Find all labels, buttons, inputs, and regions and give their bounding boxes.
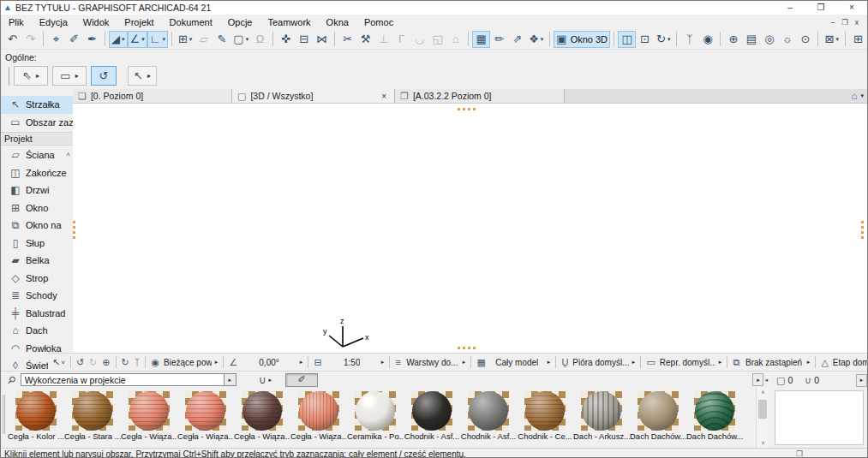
material-item[interactable]: Cegła - Kolor ... (8, 390, 64, 446)
camera-button[interactable]: ◎ (760, 31, 778, 48)
tab-close-icon[interactable]: × (379, 92, 389, 101)
tool-schody[interactable]: ≣Schody (1, 287, 73, 305)
menu-edycja[interactable]: Edycja (32, 16, 75, 28)
move-transform-button[interactable]: ✜ (277, 31, 295, 48)
parallel-projection-button[interactable]: ⊕ (724, 31, 742, 48)
material-item[interactable]: Cegła - Wiąza... (121, 390, 177, 446)
extrude-button[interactable]: ⇗ (508, 31, 526, 48)
material-item[interactable]: Dach Dachów... (686, 390, 743, 446)
marquee-3d-button[interactable]: ▦ (472, 31, 490, 48)
tool-strop[interactable]: ◇Strop (1, 270, 73, 288)
inject-parameters-button[interactable]: ✒ (83, 31, 101, 48)
paint-bucket-control[interactable]: ∪ ▸ (259, 374, 272, 386)
mdi-minimize-button[interactable]: – (830, 18, 835, 27)
scroll-up-arrow[interactable]: ˄ (757, 390, 769, 396)
stretch-button[interactable]: ⋈ (313, 31, 331, 48)
tab-plan[interactable]: ❏[0. Poziom 0] (73, 89, 232, 103)
curve-edit-button[interactable]: ◡ (410, 31, 428, 48)
menu-opcje[interactable]: Opcje (220, 16, 260, 28)
tool-slup[interactable]: ▯Słup (1, 235, 73, 253)
grab-orbit-mode-button[interactable]: ↺ (91, 66, 117, 86)
resize-button[interactable]: ◱ (428, 31, 446, 48)
roof-tool-button[interactable]: ⌂ (446, 31, 464, 48)
redo-button[interactable]: ↷ (21, 31, 39, 48)
snap-grid-button[interactable]: ⊞▾ (176, 31, 195, 48)
material-item[interactable]: Chodnik - Asf... (460, 390, 517, 446)
menu-teamwork[interactable]: Teamwork (260, 16, 318, 28)
panel-collapse-icon[interactable]: ◂ (764, 377, 768, 384)
scale-control[interactable]: ⊟1:50▸ (311, 354, 386, 370)
tool-dach[interactable]: ⌂Dach (1, 322, 73, 340)
tool-belka[interactable]: ▰Belka (1, 252, 73, 270)
restore-button[interactable]: ❐ (805, 1, 836, 15)
forward-view-control[interactable]: ↻ (87, 354, 99, 370)
material-item[interactable]: Dach - Arkusz... (573, 390, 630, 446)
filter-elements-3d-button[interactable]: ⊠▾ (822, 31, 841, 48)
menu-dokument[interactable]: Dokument (162, 16, 220, 28)
scroll-down-arrow[interactable]: ˅ (757, 440, 769, 446)
arrow-mode-button[interactable]: ↖▸ (128, 66, 157, 86)
tool-balustrada[interactable]: ╪Balustrad (1, 305, 73, 323)
drawing-canvas-3d[interactable]: z y x (73, 104, 868, 353)
material-item[interactable]: Dach Dachów... (630, 390, 686, 446)
info-panel-more-button[interactable]: ▸ (856, 374, 867, 387)
menu-plik[interactable]: Plik (1, 16, 32, 28)
snap-guides-button[interactable]: ∠▾ (128, 31, 147, 48)
back-view-control[interactable]: ↺ (74, 354, 87, 370)
undo-button[interactable]: ↶ (3, 31, 21, 48)
graphic-overrides-control[interactable]: ⧉Brak zastąpień▸ (730, 354, 812, 370)
magic-wand-button[interactable]: ✎ (213, 31, 230, 48)
measure-button[interactable]: ⊟ (295, 31, 313, 48)
pen-sets-control[interactable]: ṶPióra domyśl...▸ (559, 354, 638, 370)
palette-drag-handle[interactable] (9, 67, 9, 86)
rotate-3d-button[interactable]: ❖▾ (526, 31, 546, 48)
tool-obszar-zaznaczenia[interactable]: ▭Obszar zaz (1, 114, 73, 132)
tab-3d[interactable]: ▢[3D / Wszystko]× (232, 89, 395, 103)
search-dropdown-button[interactable]: ▸ (224, 373, 236, 386)
dock-handle-right[interactable] (861, 218, 864, 239)
toolbox-scroll-up[interactable]: ˄ (66, 151, 70, 158)
axonometry-button[interactable]: ⊡ (636, 31, 654, 48)
tool-okno[interactable]: ⊞Okno (1, 199, 73, 217)
mdi-close-button[interactable]: x (855, 18, 859, 27)
guide-lines-button[interactable]: ◢▾ (109, 31, 128, 48)
dock-handle-bottom[interactable] (458, 347, 478, 349)
material-item[interactable]: Ceramika - Po... (347, 390, 404, 446)
orbit-control[interactable]: ↻ (119, 354, 132, 370)
material-item[interactable]: Cegła - Wiąza... (290, 390, 347, 446)
material-item[interactable]: Chodnik - Asf... (404, 390, 460, 446)
menu-pomoc[interactable]: Pomoc (356, 16, 401, 28)
search-row-more-button[interactable]: ▸ (752, 373, 763, 386)
material-item[interactable]: Chodnik - Ce... (517, 390, 573, 446)
pick-up-parameters-button[interactable]: ✐ (65, 31, 83, 48)
tab-navigator[interactable]: ⌂ ▾ (851, 89, 868, 103)
menu-widok[interactable]: Widok (75, 16, 117, 28)
material-item[interactable]: Cegła - Stara ... (64, 390, 121, 446)
okno-3d-button[interactable]: ▣Okno 3D (554, 31, 610, 48)
perspective-settings-button[interactable]: ▤ (742, 31, 760, 48)
fillet-button[interactable]: Γ (392, 31, 410, 48)
minimize-button[interactable]: – (775, 1, 805, 15)
rotation-angle-control[interactable]: ∠0,00°▸ (226, 354, 305, 370)
representation-control[interactable]: ▭Repr. domyśl...▸ (644, 354, 724, 370)
lock-button[interactable]: Ω (251, 31, 269, 48)
close-button[interactable]: × (836, 1, 867, 15)
sun-settings-button[interactable]: ☼ (778, 31, 796, 48)
material-item[interactable]: Cegła - Wiąza... (177, 390, 234, 446)
materials-scrollbar[interactable]: ˄ ˅ (756, 388, 769, 448)
eyedropper-button[interactable]: ✐ (285, 373, 318, 387)
tool-okno-narozne[interactable]: ⧉Okno na (1, 217, 73, 235)
dock-handle-top[interactable] (458, 108, 478, 110)
quick-select-control[interactable]: ↖˅ (50, 354, 68, 370)
dock-handle-left[interactable] (73, 218, 75, 239)
model-view-control[interactable]: ▦Cały model▸ (474, 354, 553, 370)
selection-style-button[interactable]: ▢▾ (230, 31, 251, 48)
snap-points-button[interactable]: ∟▾ (147, 31, 168, 48)
walk-mode-button[interactable]: ᛉ (680, 31, 698, 48)
search-input[interactable] (21, 373, 224, 386)
trim-button[interactable]: ✂ (338, 31, 356, 48)
orbit-view-button[interactable]: ↻▾ (654, 31, 673, 48)
tool-drzwi[interactable]: ◧Drzwi (1, 181, 73, 199)
adjust-button[interactable]: ⊥ (374, 31, 392, 48)
tool-zakonczenie-sciany[interactable]: ◫Zakończe (1, 164, 73, 182)
